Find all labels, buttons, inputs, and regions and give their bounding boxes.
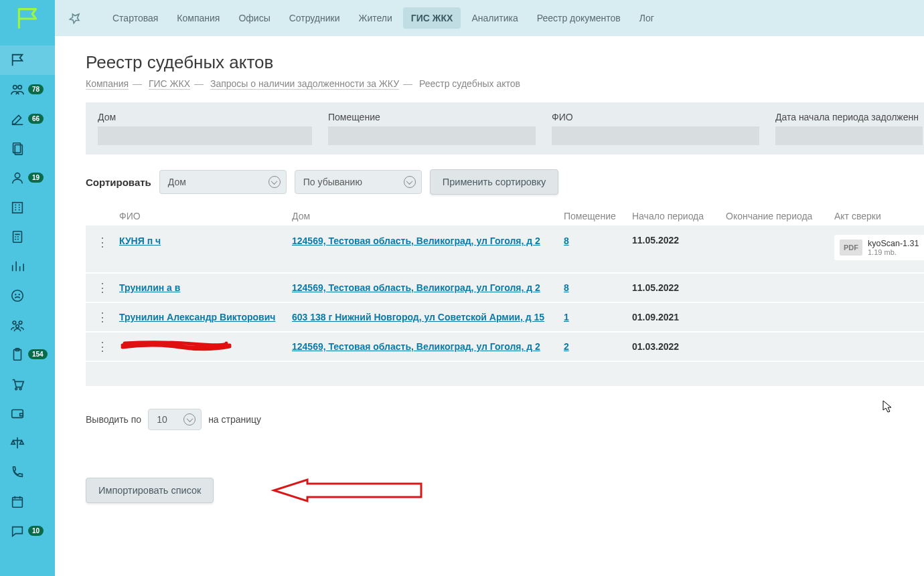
house-link[interactable]: 124569, Тестовая область, Великоград, ул… (292, 235, 540, 246)
file-attachment[interactable]: PDFkyoScan-1.311.19 mb. (834, 235, 924, 260)
pager-prefix: Выводить по (86, 414, 141, 425)
chart-icon (9, 258, 25, 274)
nav-tab[interactable]: Компания (169, 7, 228, 29)
start-date: 01.09.2021 (632, 312, 726, 322)
clipboard-icon (9, 347, 25, 363)
pager: Выводить по 10 на страницу (86, 409, 924, 430)
filter-bar: Дом Помещение ФИО Дата начала периода за… (86, 102, 924, 155)
sidebar-item-docs[interactable] (0, 134, 55, 163)
sidebar-item-scales[interactable] (0, 428, 55, 458)
filter-label-house: Дом (98, 112, 312, 122)
start-date: 11.05.2022 (632, 282, 726, 293)
filter-input-date-start[interactable] (775, 126, 923, 145)
svg-point-12 (16, 325, 19, 328)
fio-link[interactable]: Трунилин Александр Викторович (119, 312, 275, 322)
apply-sort-button[interactable]: Применить сортировку (430, 169, 559, 195)
import-list-button[interactable]: Импортировать список (86, 478, 214, 503)
filter-label-room: Помещение (328, 112, 536, 122)
room-link[interactable]: 8 (564, 235, 569, 246)
group-icon (9, 317, 25, 333)
sidebar-item-sad[interactable] (0, 281, 55, 310)
top-nav: СтартоваяКомпанияОфисыСотрудникиЖителиГИ… (55, 0, 924, 36)
sidebar-item-home[interactable] (0, 45, 55, 75)
sidebar-item-calendar[interactable] (0, 487, 55, 516)
col-header-room: Помещение (564, 211, 632, 221)
redacted-mark (119, 339, 233, 351)
nav-tab[interactable]: Аналитика (463, 7, 526, 29)
person-icon (9, 170, 25, 186)
col-header-act: Акт сверки (834, 211, 924, 221)
nav-tab[interactable]: Лог (631, 7, 662, 29)
building-icon (9, 199, 25, 215)
table-empty-row (86, 362, 924, 386)
svg-point-15 (15, 388, 17, 390)
sidebar-item-calc[interactable] (0, 222, 55, 252)
nav-tab[interactable]: Офисы (230, 7, 278, 29)
chat-icon (9, 523, 25, 539)
app-logo[interactable] (14, 5, 41, 32)
sidebar-item-building[interactable] (0, 193, 55, 222)
fio-link[interactable]: КУНЯ п ч (119, 235, 161, 246)
pdf-badge: PDF (840, 239, 862, 256)
table-row: ⋮Трунилин а в124569, Тестовая область, В… (86, 274, 924, 303)
filter-input-room[interactable] (328, 126, 536, 145)
filter-input-fio[interactable] (552, 126, 759, 145)
breadcrumb-link[interactable]: ГИС ЖКХ (149, 78, 190, 90)
sad-face-icon (9, 288, 25, 304)
svg-point-4 (15, 173, 19, 178)
data-table: ФИО Дом Помещение Начало периода Окончан… (86, 207, 924, 386)
sidebar-item-wallet[interactable] (0, 399, 55, 428)
room-link[interactable]: 8 (564, 282, 569, 293)
room-link[interactable]: 1 (564, 312, 569, 322)
nav-tab[interactable]: Жители (351, 7, 400, 29)
sort-field-select[interactable]: Дом (159, 170, 287, 194)
documents-icon (9, 140, 25, 157)
sidebar-item-analytics[interactable] (0, 252, 55, 281)
nav-tab[interactable]: ГИС ЖКХ (403, 7, 461, 29)
phone-icon (9, 464, 25, 480)
sidebar-item-chat[interactable]: 10 (0, 516, 55, 546)
pin-icon[interactable] (68, 11, 82, 25)
scales-icon (9, 435, 25, 451)
sort-controls: Сортировать Дом По убыванию Применить со… (86, 169, 924, 195)
col-header-fio: ФИО (119, 211, 292, 221)
people-icon (9, 82, 25, 98)
room-link[interactable]: 2 (564, 341, 569, 352)
page-size-select[interactable]: 10 (148, 409, 202, 430)
nav-tab[interactable]: Стартовая (104, 7, 166, 29)
chevron-down-icon (268, 176, 281, 188)
sidebar-item-people[interactable]: 78 (0, 75, 55, 104)
chevron-down-icon (404, 176, 416, 188)
fio-link[interactable]: Трунилин а в (119, 282, 180, 293)
sidebar-item-cart[interactable] (0, 369, 55, 399)
sidebar-badge: 66 (28, 114, 44, 124)
sidebar-item-edit[interactable]: 66 (0, 104, 55, 134)
page-title: Реестр судебных актов (86, 52, 924, 73)
sidebar-item-group[interactable] (0, 310, 55, 340)
row-menu-icon[interactable]: ⋮ (86, 235, 119, 250)
nav-tab[interactable]: Реестр документов (529, 7, 629, 29)
sort-direction-select[interactable]: По убыванию (295, 170, 422, 194)
sidebar-badge: 154 (28, 349, 48, 359)
row-menu-icon[interactable]: ⋮ (86, 280, 119, 295)
house-link[interactable]: 603 138 г Нижний Новгород, ул Советской … (292, 312, 544, 322)
row-menu-icon[interactable]: ⋮ (86, 339, 119, 354)
sidebar-item-phone[interactable] (0, 458, 55, 487)
filter-input-house[interactable] (98, 126, 312, 145)
edit-icon (9, 111, 25, 127)
row-menu-icon[interactable]: ⋮ (86, 310, 119, 324)
breadcrumb-link[interactable]: Запросы о наличии задолженности за ЖКУ (210, 78, 399, 90)
sidebar: 78 66 19 154 10 (0, 0, 55, 576)
filter-label-fio: ФИО (552, 112, 759, 122)
table-row: ⋮КУНЯ п ч124569, Тестовая область, Велик… (86, 225, 924, 274)
annotation-arrow (267, 477, 428, 504)
house-link[interactable]: 124569, Тестовая область, Великоград, ул… (292, 282, 540, 293)
breadcrumb-link[interactable]: Компания (86, 78, 129, 90)
start-date: 11.05.2022 (632, 235, 726, 246)
sidebar-item-clipboard[interactable]: 154 (0, 340, 55, 369)
house-link[interactable]: 124569, Тестовая область, Великоград, ул… (292, 341, 540, 352)
sidebar-badge: 78 (28, 84, 44, 94)
nav-tab[interactable]: Сотрудники (281, 7, 348, 29)
chevron-down-icon (183, 413, 196, 425)
sidebar-item-person[interactable]: 19 (0, 163, 55, 193)
